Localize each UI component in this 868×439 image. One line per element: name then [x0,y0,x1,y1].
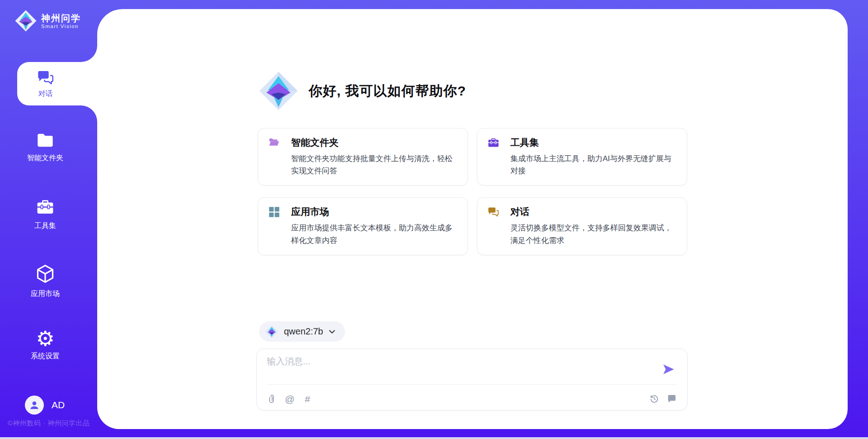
sidebar: 神州问学 Smart Vision 对话 智能文件夹 工具集 应用市场 [0,0,97,439]
chevron-down-icon [328,328,336,335]
sidebar-item-app-market[interactable]: 应用市场 [0,263,90,299]
user-initials: AD [52,400,65,410]
brand: 神州问学 Smart Vision [15,10,81,32]
card-chat[interactable]: 对话 灵活切换多模型文件，支持多样回复效果调试，满足个性化需求 [477,197,687,255]
user-profile[interactable]: AD [25,396,65,415]
brand-diamond-icon [259,72,298,110]
card-app-market[interactable]: 应用市场 应用市场提供丰富长文本模板，助力高效生成多样化文章内容 [258,197,468,255]
sidebar-item-toolset[interactable]: 工具集 [0,198,90,231]
sidebar-item-label: 应用市场 [0,289,90,299]
hash-icon[interactable]: # [302,393,313,404]
brand-diamond-icon [265,325,278,338]
chat-icon [487,206,500,218]
card-description: 应用市场提供丰富长文本模板，助力高效生成多样化文章内容 [291,222,454,246]
message-input[interactable] [267,355,651,381]
folder-icon [36,132,54,148]
card-description: 灵活切换多模型文件，支持多样回复效果调试，满足个性化需求 [510,222,673,246]
message-composer: @ # [256,348,688,410]
tab-flare-top [81,46,97,62]
gear-icon: ⚙ [36,326,54,351]
card-description: 智能文件夹功能支持批量文件上传与清洗，轻松实现文件问答 [291,153,454,177]
brand-diamond-icon [15,10,37,32]
avatar [25,396,44,415]
feature-cards: 智能文件夹 智能文件夹功能支持批量文件上传与清洗，轻松实现文件问答 工具集 集成… [258,128,687,255]
sidebar-item-label: 对话 [38,89,53,99]
brand-subtitle: Smart Vision [41,24,81,29]
sidebar-item-label: 工具集 [0,221,90,231]
comment-icon[interactable] [666,393,677,404]
greeting-title: 你好, 我可以如何帮助你? [309,82,466,100]
brand-name: 神州问学 [41,13,81,24]
composer-divider [267,384,677,385]
attachment-icon[interactable] [267,393,278,404]
app-window: { "brand": { "name": "神州问学", "subtitle":… [0,0,868,439]
sidebar-item-label: 智能文件夹 [0,153,90,163]
grid-icon [268,206,280,218]
card-title: 对话 [510,205,529,218]
model-selector[interactable]: qwen2:7b [259,321,345,342]
model-name: qwen2:7b [284,326,323,337]
chat-icon [37,69,55,87]
greeting-row: 你好, 我可以如何帮助你? [259,72,466,110]
card-title: 应用市场 [291,205,329,218]
cube-icon [35,263,55,284]
history-icon[interactable] [649,393,660,404]
send-icon[interactable] [662,363,675,376]
card-smart-folder[interactable]: 智能文件夹 智能文件夹功能支持批量文件上传与清洗，轻松实现文件问答 [258,128,468,186]
card-toolset[interactable]: 工具集 集成市场上主流工具，助力AI与外界无缝扩展与对接 [477,128,687,186]
mention-icon[interactable]: @ [284,393,295,404]
window-bottom-edge [0,437,868,439]
card-title: 工具集 [510,136,539,149]
briefcase-icon [36,198,55,216]
folder-icon [268,137,280,149]
main-panel: 你好, 我可以如何帮助你? 智能文件夹 智能文件夹功能支持批量文件上传与清洗，轻… [97,9,848,429]
person-icon [28,399,40,411]
card-title: 智能文件夹 [291,136,339,149]
tab-flare-bottom [81,105,97,122]
briefcase-icon [487,137,500,149]
sidebar-item-settings[interactable]: ⚙ 系统设置 [0,329,90,361]
sidebar-item-label: 系统设置 [0,352,90,361]
sidebar-item-chat[interactable]: 对话 [17,62,97,105]
copyright-note: ©神州数码 · 神州问学出品 [0,419,97,428]
card-description: 集成市场上主流工具，助力AI与外界无缝扩展与对接 [510,153,673,177]
sidebar-item-smart-folder[interactable]: 智能文件夹 [0,132,90,163]
